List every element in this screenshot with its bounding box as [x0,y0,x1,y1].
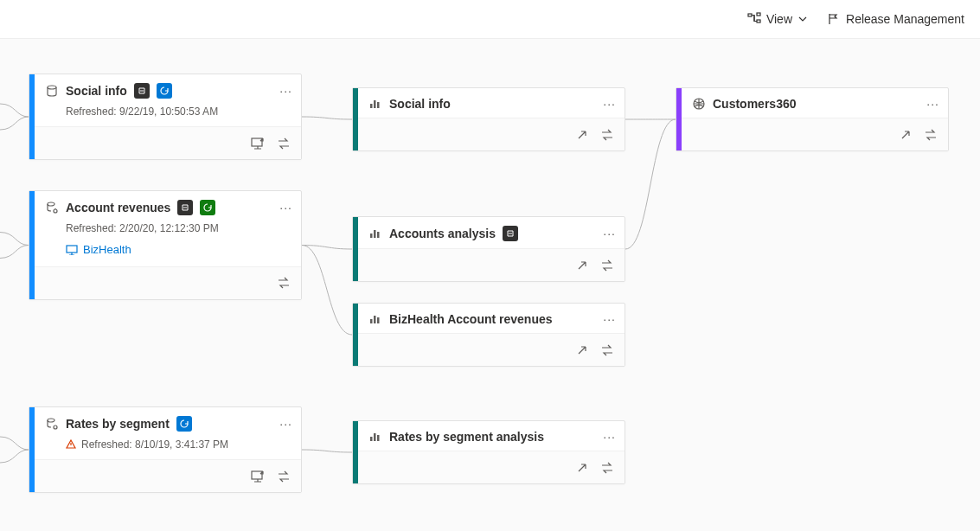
app-icon [692,97,706,111]
svg-rect-7 [67,246,77,253]
flag-icon [827,12,841,26]
dataset-node-social-info[interactable]: Social info ··· Refreshed: 9/22/19, 10:5… [29,74,302,160]
more-actions-button[interactable]: ··· [603,430,616,444]
svg-rect-4 [252,138,262,146]
swap-icon[interactable] [600,462,614,474]
workspace-icon [66,245,78,255]
dataset-icon [45,84,59,98]
svg-rect-1 [757,13,760,16]
sensitivity-badge-icon [177,200,193,215]
svg-rect-10 [252,471,262,479]
shared-dataset-icon [45,201,59,214]
node-title: Rates by segment [66,417,170,431]
report-icon [368,227,382,240]
certified-badge-icon [200,200,215,215]
svg-point-3 [48,86,56,89]
dataset-node-rates-by-segment[interactable]: Rates by segment ··· Refreshed: 8/10/19,… [29,406,302,493]
svg-rect-11 [370,104,373,108]
report-icon [368,313,382,325]
swap-icon[interactable] [924,129,938,141]
more-actions-button[interactable]: ··· [603,312,616,326]
svg-rect-20 [370,437,373,441]
dataset-node-account-revenues[interactable]: Account revenues ··· Refreshed: 2/20/20,… [29,190,302,300]
swap-icon[interactable] [277,138,291,150]
refreshed-text: Refreshed: 8/10/19, 3:41:37 PM [81,438,228,451]
more-actions-button[interactable]: ··· [926,97,939,111]
svg-point-8 [48,419,54,422]
sensitivity-badge-icon [134,83,150,99]
report-node-bizhealth-account-revenues[interactable]: BizHealth Account revenues ··· [352,303,625,367]
report-node-social-info[interactable]: Social info ··· [352,87,625,151]
svg-rect-19 [377,317,380,323]
node-title: Accounts analysis [389,227,496,240]
svg-rect-2 [757,20,760,22]
refreshed-text: Refreshed: 2/20/20, 12:12:30 PM [29,222,301,243]
svg-point-6 [54,209,57,213]
svg-rect-22 [377,435,380,441]
svg-rect-13 [377,102,380,108]
workspace-name: BizHealth [83,243,131,256]
node-title: Social info [389,97,451,111]
swap-icon[interactable] [277,470,291,483]
refreshed-text: Refreshed: 9/22/19, 10:50:53 AM [29,106,301,126]
release-label: Release Management [846,12,964,26]
report-icon [368,98,382,110]
refresh-badge-icon [176,416,192,432]
lineage-icon [747,12,761,26]
swap-icon[interactable] [277,277,291,289]
open-external-icon[interactable] [576,344,588,356]
node-title: BizHealth Account revenues [389,312,553,326]
svg-rect-15 [374,230,376,238]
swap-icon[interactable] [600,344,614,356]
refresh-badge-icon [157,83,172,99]
report-icon [368,431,382,443]
shared-dataset-icon [45,417,59,431]
more-actions-button[interactable]: ··· [279,201,292,214]
open-external-icon[interactable] [900,129,912,141]
svg-rect-18 [374,316,376,323]
toolbar: View Release Management [0,0,980,38]
open-data-sources-icon[interactable] [251,138,265,150]
more-actions-button[interactable]: ··· [279,417,292,431]
more-actions-button[interactable]: ··· [603,97,616,111]
open-external-icon[interactable] [576,462,588,474]
node-title: Customers360 [713,97,797,111]
view-label: View [766,12,792,26]
svg-rect-21 [374,433,376,441]
swap-icon[interactable] [600,129,614,141]
release-management-button[interactable]: Release Management [827,12,964,26]
svg-point-5 [48,202,54,206]
svg-rect-0 [748,14,752,16]
svg-rect-17 [370,319,373,323]
app-node-customers360[interactable]: Customers360 ··· [676,87,949,151]
lineage-canvas[interactable]: Social info ··· Refreshed: 9/22/19, 10:5… [0,38,980,531]
swap-icon[interactable] [600,259,614,272]
node-title: Social info [66,84,127,98]
view-dropdown[interactable]: View [747,12,808,26]
svg-rect-14 [370,234,373,238]
workspace-link-row: BizHealth [29,243,301,266]
chevron-down-icon [797,14,808,24]
svg-rect-16 [377,232,380,238]
report-node-accounts-analysis[interactable]: Accounts analysis ··· [352,216,625,282]
svg-rect-12 [374,100,376,108]
sensitivity-badge-icon [503,226,518,241]
svg-point-9 [54,425,57,429]
node-title: Rates by segment analysis [389,430,544,444]
open-external-icon[interactable] [576,129,588,141]
open-external-icon[interactable] [576,259,588,272]
node-title: Account revenues [66,201,170,214]
more-actions-button[interactable]: ··· [603,227,616,240]
warning-icon [66,439,76,450]
workspace-link[interactable]: BizHealth [66,243,131,256]
report-node-rates-by-segment-analysis[interactable]: Rates by segment analysis ··· [352,420,625,484]
open-data-sources-icon[interactable] [251,470,265,483]
more-actions-button[interactable]: ··· [279,84,292,98]
